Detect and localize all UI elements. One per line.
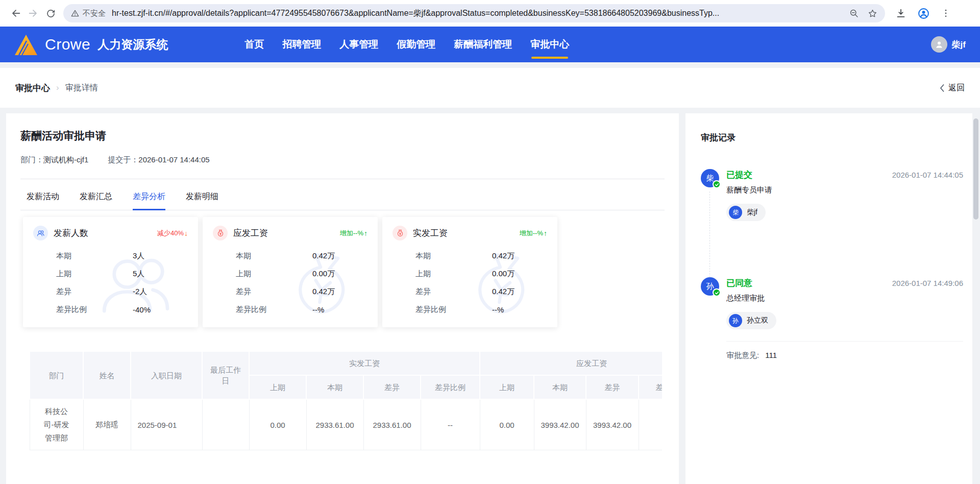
opinion-label: 审批意见: bbox=[726, 351, 759, 359]
subcol-diff: 差异 bbox=[363, 375, 421, 399]
stat-row-value: --% bbox=[312, 305, 324, 314]
opinion-value: 111 bbox=[765, 351, 777, 359]
tab[interactable]: 差异分析 bbox=[133, 191, 165, 210]
stat-card: 应发工资 增加--% ↑ 本期 0.42万 上期 0.00万 差异 0.42万 … bbox=[203, 217, 378, 327]
record-status: 已同意 bbox=[726, 277, 752, 289]
stat-row-value: 5人 bbox=[133, 269, 144, 279]
back-button[interactable]: 返回 bbox=[940, 83, 965, 93]
member-avatar: 孙 bbox=[729, 314, 742, 327]
nav-menu-item[interactable]: 假勤管理 bbox=[397, 27, 435, 62]
stat-cards-row: 发薪人数 减少40% ↓ 本期 3人 上期 5人 差异 -2人 差异比例 -40… bbox=[20, 217, 665, 327]
approver-avatar-initial: 柴 bbox=[706, 174, 714, 183]
timeline-connector bbox=[709, 191, 710, 277]
stat-row-label: 上期 bbox=[236, 269, 312, 279]
stat-card-icon bbox=[33, 226, 48, 240]
col-header-dept: 部门 bbox=[30, 351, 83, 399]
nav-menu-item[interactable]: 招聘管理 bbox=[282, 27, 321, 62]
approval-timeline: 柴 已提交 2026-01-07 14:44:05 薪酬专员申请 柴 柴jf 孙 bbox=[701, 169, 967, 360]
system-name: 人力资源系统 bbox=[97, 37, 168, 53]
approver-avatar: 柴 bbox=[701, 169, 719, 187]
submit-meta: 提交于：2026-01-07 14:44:05 bbox=[108, 155, 209, 165]
stat-row-value: 0.42万 bbox=[492, 287, 514, 297]
group-header-net-pay: 实发工资 bbox=[249, 351, 480, 375]
stat-row: 差异比例 --% bbox=[393, 301, 547, 319]
check-icon bbox=[713, 288, 721, 297]
member-name: 孙立双 bbox=[747, 316, 768, 325]
browser-menu-icon[interactable] bbox=[937, 5, 954, 22]
nav-menu-item[interactable]: 审批中心 bbox=[530, 27, 569, 62]
nav-menu: 首页 招聘管理 人事管理 假勤管理 薪酬福利管理 审批中心 bbox=[244, 27, 569, 62]
trend-badge-text: 增加--% bbox=[340, 229, 363, 238]
stat-row: 差异比例 --% bbox=[213, 301, 368, 319]
trend-arrow-icon: ↑ bbox=[364, 229, 368, 237]
table-cell: 2025-09-01 bbox=[131, 399, 202, 450]
member-name: 柴jf bbox=[747, 208, 757, 217]
stat-card-header: 应发工资 增加--% ↑ bbox=[213, 226, 368, 240]
nav-item-label: 假勤管理 bbox=[397, 38, 435, 51]
browser-profile-icon[interactable] bbox=[915, 5, 932, 22]
user-menu[interactable]: 柴jf bbox=[931, 27, 966, 62]
table-cell: 3993.42.00 bbox=[586, 399, 639, 450]
approval-record: 孙 已同意 2026-01-07 14:49:06 总经理审批 孙 孙立双 审批… bbox=[701, 277, 963, 360]
browser-reload-icon[interactable] bbox=[42, 5, 59, 22]
approver-avatar-initial: 孙 bbox=[706, 282, 714, 292]
security-chip[interactable]: 不安全 bbox=[70, 9, 106, 18]
subcol-diff-ratio: 差异比例 bbox=[421, 375, 480, 399]
breadcrumb-root[interactable]: 审批中心 bbox=[15, 82, 50, 94]
stat-row: 本期 0.42万 bbox=[393, 247, 547, 265]
tab[interactable]: 发薪汇总 bbox=[80, 191, 112, 210]
diff-table: 部门 姓名 入职日期 最后工作日 实发工资 应发工资 上期 本期 差异 差异比例… bbox=[29, 351, 662, 450]
trend-badge-text: 减少40% bbox=[157, 229, 184, 238]
stat-card: 实发工资 增加--% ↑ 本期 0.42万 上期 0.00万 差异 0.42万 … bbox=[382, 217, 557, 327]
browser-forward-icon[interactable] bbox=[24, 5, 42, 22]
table-cell bbox=[202, 399, 249, 450]
table-cell: 2933.61.00 bbox=[363, 399, 421, 450]
stat-row: 上期 5人 bbox=[33, 265, 188, 283]
subcol-current: 本期 bbox=[534, 375, 586, 399]
check-icon bbox=[713, 180, 721, 188]
zoom-out-icon[interactable] bbox=[849, 8, 859, 18]
stat-row-label: 差异 bbox=[236, 287, 312, 297]
approval-opinion: 审批意见: 111 bbox=[726, 341, 963, 360]
approver-avatar: 孙 bbox=[701, 277, 719, 296]
table-cell: 0.00 bbox=[249, 399, 306, 450]
top-navbar: Crowe 人力资源系统 首页 招聘管理 人事管理 假勤管理 薪酬福利管理 审批… bbox=[0, 27, 980, 62]
trend-badge: 减少40% ↓ bbox=[157, 229, 188, 238]
request-meta: 部门：测试机构-cjf1 提交于：2026-01-07 14:44:05 bbox=[20, 155, 665, 165]
stat-rows: 本期 0.42万 上期 0.00万 差异 0.42万 差异比例 --% bbox=[213, 247, 368, 319]
record-step-name: 薪酬专员申请 bbox=[726, 185, 963, 195]
stat-row-label: 差异比例 bbox=[236, 305, 312, 314]
nav-menu-item[interactable]: 首页 bbox=[244, 27, 264, 62]
stat-card-icon bbox=[213, 226, 228, 240]
tab-label: 发薪活动 bbox=[27, 192, 59, 201]
stat-row-value: 0.42万 bbox=[312, 251, 335, 261]
download-icon[interactable] bbox=[892, 5, 910, 22]
nav-menu-item[interactable]: 人事管理 bbox=[339, 27, 378, 62]
address-bar[interactable]: 不安全 hr-test.zjf-it.cn/#/approval/details… bbox=[63, 4, 885, 22]
diff-table-body: 科技公司-研发管理部郑培瑶2025-09-010.002933.61.00293… bbox=[30, 399, 662, 450]
approval-history-title: 审批记录 bbox=[701, 132, 967, 143]
col-header-last-day: 最后工作日 bbox=[202, 351, 249, 399]
record-step-name: 总经理审批 bbox=[726, 294, 963, 303]
nav-item-label: 审批中心 bbox=[530, 38, 569, 51]
table-cell: 2933.61.00 bbox=[306, 399, 363, 450]
stat-row: 上期 0.00万 bbox=[393, 265, 547, 283]
breadcrumb-current: 审批详情 bbox=[65, 83, 98, 93]
page-scrollbar[interactable] bbox=[973, 118, 978, 220]
nav-item-label: 首页 bbox=[244, 38, 264, 51]
nav-menu-item[interactable]: 薪酬福利管理 bbox=[454, 27, 512, 62]
bookmark-star-icon[interactable] bbox=[867, 8, 878, 19]
stat-row: 差异 -2人 bbox=[33, 283, 188, 301]
tab[interactable]: 发薪明细 bbox=[186, 191, 218, 210]
stat-row-value: 0.42万 bbox=[312, 287, 335, 297]
breadcrumb-separator-icon: › bbox=[56, 83, 59, 93]
url-text[interactable]: hr-test.zjf-it.cn/#/approval/details?app… bbox=[112, 8, 843, 19]
tab[interactable]: 发薪活动 bbox=[27, 191, 59, 210]
stat-card-header: 实发工资 增加--% ↑ bbox=[393, 226, 547, 240]
divider bbox=[20, 179, 665, 179]
stat-row-label: 差异比例 bbox=[56, 305, 133, 314]
browser-back-icon[interactable] bbox=[7, 5, 24, 22]
stat-row-label: 上期 bbox=[415, 269, 492, 279]
brand-logo[interactable]: Crowe 人力资源系统 bbox=[14, 27, 168, 62]
stat-card-title: 实发工资 bbox=[413, 227, 448, 239]
